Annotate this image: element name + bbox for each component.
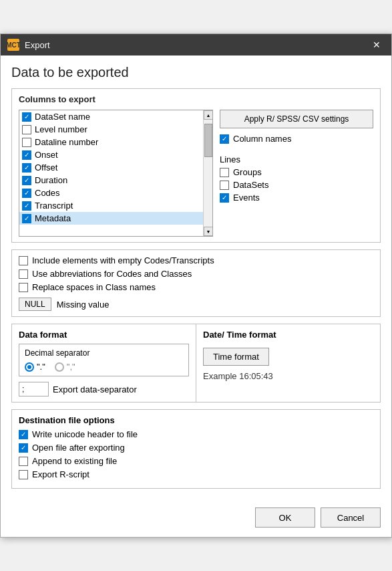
decimal-label: Decimal separator — [25, 348, 183, 358]
time-format-button[interactable]: Time format — [203, 348, 269, 366]
window-title: Export — [25, 40, 50, 50]
list-item-label: Duration — [35, 175, 67, 185]
missing-value-label: Missing value — [57, 300, 110, 310]
destination-checkbox[interactable] — [19, 443, 28, 453]
lines-item: Events — [220, 193, 373, 203]
destination-item: Write unicode header to file — [19, 429, 373, 439]
scrollbar[interactable]: ▲ ▼ — [203, 110, 212, 236]
destination-item: Append to existing file — [19, 456, 373, 466]
separator-input[interactable] — [19, 382, 49, 396]
list-item[interactable]: Dataline number — [19, 136, 212, 148]
right-panel: Apply R/ SPSS/ CSV settings Column names… — [220, 110, 373, 237]
lines-item: DataSets — [220, 180, 373, 190]
separator-label: Export data-separator — [53, 384, 137, 394]
destination-checkbox[interactable] — [19, 470, 28, 479]
list-item-label: Onset — [35, 150, 58, 160]
lines-item-label: Groups — [233, 167, 262, 177]
list-item-label: Level number — [35, 124, 87, 134]
list-item-checkbox[interactable] — [22, 150, 31, 160]
decimal-group: Decimal separator "." "," — [19, 344, 189, 376]
list-item-checkbox[interactable] — [22, 214, 31, 223]
separator-row: Export data-separator — [19, 382, 189, 396]
missing-value-row: NULL Missing value — [19, 298, 373, 311]
option-checkbox[interactable] — [19, 269, 28, 279]
radio-comma-circle[interactable] — [55, 362, 64, 372]
destination-label: Open file after exporting — [32, 443, 125, 453]
column-names-checkbox[interactable] — [220, 134, 229, 144]
lines-group: Lines GroupsDataSetsEvents — [220, 154, 373, 205]
lines-item-label: Events — [233, 193, 260, 203]
destination-item: Export R-script — [19, 469, 373, 479]
destination-label: Append to existing file — [32, 456, 117, 466]
columns-section: Columns to export DataSet nameLevel numb… — [11, 88, 381, 243]
option-item: Include elements with empty Codes/Transc… — [19, 255, 373, 265]
radio-comma-label: "," — [67, 362, 75, 372]
list-item[interactable]: Metadata — [19, 212, 212, 225]
option-item: Use abbreviations for Codes and Classes — [19, 269, 373, 279]
data-format-section: Data format Decimal separator "." "," — [12, 324, 196, 402]
time-example: Example 16:05:43 — [203, 371, 373, 381]
list-item[interactable]: Offset — [19, 161, 212, 174]
list-item-label: Transcript — [35, 201, 73, 211]
destination-label: Export R-script — [32, 469, 89, 479]
null-button[interactable]: NULL — [19, 298, 51, 311]
data-format-title: Data format — [19, 330, 189, 340]
radio-dot-label: "." — [37, 362, 45, 372]
date-time-title: Date/ Time format — [203, 330, 373, 340]
scroll-thumb[interactable] — [204, 124, 212, 157]
list-item-checkbox[interactable] — [22, 125, 31, 134]
list-item[interactable]: Level number — [19, 123, 212, 136]
destination-checkbox[interactable] — [19, 430, 28, 439]
title-bar: MCT Export ✕ — [1, 34, 391, 55]
list-item[interactable]: Duration — [19, 174, 212, 187]
option-checkbox[interactable] — [19, 256, 28, 265]
option-label: Use abbreviations for Codes and Classes — [32, 269, 192, 279]
list-item-checkbox[interactable] — [22, 163, 31, 173]
scroll-up-arrow[interactable]: ▲ — [204, 110, 213, 120]
list-item-checkbox[interactable] — [22, 176, 31, 185]
lines-item-checkbox[interactable] — [220, 181, 229, 190]
list-item-checkbox[interactable] — [22, 138, 31, 147]
list-item-label: DataSet name — [35, 112, 90, 122]
format-sections: Data format Decimal separator "." "," — [11, 324, 381, 403]
decimal-radio-row: "." "," — [25, 362, 183, 372]
column-names-row: Column names — [220, 134, 373, 144]
list-item[interactable]: DataSet name — [19, 110, 212, 123]
page-title: Data to be exported — [11, 65, 381, 80]
list-item-checkbox[interactable] — [22, 112, 31, 122]
content-area: Data to be exported Columns to export Da… — [1, 55, 391, 507]
destination-section: Destination file options Write unicode h… — [11, 409, 381, 489]
columns-list[interactable]: DataSet nameLevel numberDataline numberO… — [19, 110, 213, 237]
lines-label: Lines — [220, 154, 373, 164]
destination-label: Write unicode header to file — [32, 429, 138, 439]
scroll-down-arrow[interactable]: ▼ — [204, 227, 213, 236]
cancel-button[interactable]: Cancel — [321, 507, 381, 528]
lines-item-label: DataSets — [233, 180, 268, 190]
list-item-label: Metadata — [35, 213, 71, 223]
ok-button[interactable]: OK — [255, 507, 315, 528]
lines-item: Groups — [220, 167, 373, 177]
app-icon: MCT — [7, 39, 19, 51]
option-checkbox[interactable] — [19, 283, 28, 292]
list-item[interactable]: Transcript — [19, 199, 212, 212]
apply-settings-button[interactable]: Apply R/ SPSS/ CSV settings — [220, 110, 373, 128]
lines-item-checkbox[interactable] — [220, 168, 229, 177]
destination-checkbox[interactable] — [19, 457, 28, 466]
list-item[interactable]: Onset — [19, 148, 212, 161]
radio-dot-option[interactable]: "." — [25, 362, 45, 372]
list-item[interactable]: Codes — [19, 187, 212, 199]
export-dialog: MCT Export ✕ Data to be exported Columns… — [0, 33, 392, 538]
close-button[interactable]: ✕ — [369, 37, 385, 53]
list-item-label: Codes — [35, 188, 60, 198]
option-label: Include elements with empty Codes/Transc… — [32, 255, 214, 265]
list-item-checkbox[interactable] — [22, 201, 31, 211]
list-item-label: Dataline number — [35, 137, 98, 147]
destination-item: Open file after exporting — [19, 443, 373, 453]
column-names-label: Column names — [233, 134, 291, 144]
lines-item-checkbox[interactable] — [220, 193, 229, 203]
list-item-label: Offset — [35, 162, 57, 173]
option-label: Replace spaces in Class names — [32, 282, 156, 292]
radio-comma-option[interactable]: "," — [55, 362, 75, 372]
radio-dot-circle[interactable] — [25, 362, 34, 372]
list-item-checkbox[interactable] — [22, 189, 31, 198]
